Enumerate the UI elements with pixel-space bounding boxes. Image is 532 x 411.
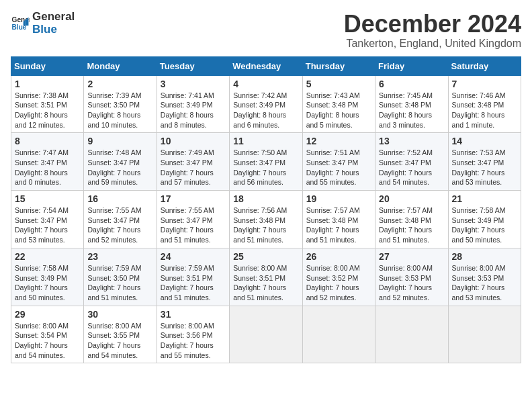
day-number: 14 [452, 136, 517, 146]
day-number: 19 [306, 193, 371, 204]
weekday-header-tuesday: Tuesday [157, 56, 229, 75]
weekday-header-saturday: Saturday [448, 56, 521, 75]
calendar-cell: 8Sunrise: 7:47 AMSunset: 3:47 PMDaylight… [11, 133, 84, 191]
calendar-cell: 4Sunrise: 7:42 AMSunset: 3:49 PMDaylight… [230, 75, 302, 133]
day-number: 4 [233, 79, 298, 89]
day-info: Sunrise: 7:55 AMSunset: 3:47 PMDaylight:… [161, 205, 226, 245]
day-number: 23 [87, 251, 152, 262]
day-info: Sunrise: 7:52 AMSunset: 3:47 PMDaylight:… [379, 148, 444, 187]
day-number: 11 [233, 136, 298, 146]
day-number: 27 [379, 251, 444, 262]
calendar-cell [230, 306, 302, 363]
day-number: 17 [161, 193, 226, 204]
calendar-title: December 2024 [344, 11, 521, 38]
day-number: 25 [233, 251, 298, 262]
day-number: 28 [452, 251, 517, 262]
day-number: 20 [379, 193, 444, 204]
calendar-week-2: 8Sunrise: 7:47 AMSunset: 3:47 PMDaylight… [11, 133, 521, 191]
calendar-cell: 26Sunrise: 8:00 AMSunset: 3:52 PMDayligh… [302, 248, 375, 306]
page-header: General Blue General Blue December 2024 … [11, 11, 521, 50]
day-number: 5 [306, 79, 371, 89]
day-info: Sunrise: 8:00 AMSunset: 3:51 PMDaylight:… [233, 263, 298, 303]
day-number: 24 [161, 251, 226, 262]
day-number: 21 [452, 193, 517, 204]
day-number: 15 [15, 193, 80, 204]
day-info: Sunrise: 7:56 AMSunset: 3:48 PMDaylight:… [233, 205, 298, 245]
calendar-week-3: 15Sunrise: 7:54 AMSunset: 3:47 PMDayligh… [11, 191, 521, 248]
calendar-cell: 9Sunrise: 7:48 AMSunset: 3:47 PMDaylight… [84, 133, 157, 191]
calendar-cell: 18Sunrise: 7:56 AMSunset: 3:48 PMDayligh… [230, 191, 302, 248]
calendar-cell: 24Sunrise: 7:59 AMSunset: 3:51 PMDayligh… [157, 248, 229, 306]
day-number: 3 [161, 79, 226, 89]
day-info: Sunrise: 7:58 AMSunset: 3:49 PMDaylight:… [15, 263, 80, 303]
calendar-cell: 15Sunrise: 7:54 AMSunset: 3:47 PMDayligh… [11, 191, 84, 248]
day-number: 29 [15, 309, 80, 320]
day-number: 10 [161, 136, 226, 146]
day-info: Sunrise: 7:38 AMSunset: 3:51 PMDaylight:… [15, 91, 80, 130]
day-info: Sunrise: 7:59 AMSunset: 3:51 PMDaylight:… [161, 263, 226, 303]
svg-marker-2 [26, 19, 29, 25]
calendar-cell: 20Sunrise: 7:57 AMSunset: 3:48 PMDayligh… [375, 191, 448, 248]
day-number: 31 [161, 309, 226, 320]
day-number: 30 [87, 309, 152, 320]
calendar-cell: 3Sunrise: 7:41 AMSunset: 3:49 PMDaylight… [157, 75, 229, 133]
day-info: Sunrise: 7:39 AMSunset: 3:50 PMDaylight:… [87, 91, 152, 130]
calendar-cell: 31Sunrise: 8:00 AMSunset: 3:56 PMDayligh… [157, 306, 229, 363]
weekday-header-friday: Friday [375, 56, 448, 75]
day-info: Sunrise: 7:49 AMSunset: 3:47 PMDaylight:… [161, 148, 226, 187]
day-info: Sunrise: 7:46 AMSunset: 3:48 PMDaylight:… [452, 91, 517, 130]
day-info: Sunrise: 7:42 AMSunset: 3:49 PMDaylight:… [233, 91, 298, 130]
calendar-cell: 6Sunrise: 7:45 AMSunset: 3:48 PMDaylight… [375, 75, 448, 133]
day-number: 2 [87, 79, 152, 89]
day-number: 7 [452, 79, 517, 89]
day-info: Sunrise: 7:41 AMSunset: 3:49 PMDaylight:… [161, 91, 226, 130]
calendar-cell: 25Sunrise: 8:00 AMSunset: 3:51 PMDayligh… [230, 248, 302, 306]
day-info: Sunrise: 7:55 AMSunset: 3:47 PMDaylight:… [87, 205, 152, 245]
calendar-cell: 14Sunrise: 7:53 AMSunset: 3:47 PMDayligh… [448, 133, 521, 191]
day-info: Sunrise: 8:00 AMSunset: 3:53 PMDaylight:… [379, 263, 444, 303]
calendar-cell: 21Sunrise: 7:58 AMSunset: 3:49 PMDayligh… [448, 191, 521, 248]
day-info: Sunrise: 8:00 AMSunset: 3:53 PMDaylight:… [452, 263, 517, 303]
calendar-cell: 10Sunrise: 7:49 AMSunset: 3:47 PMDayligh… [157, 133, 229, 191]
calendar-cell [448, 306, 521, 363]
day-number: 13 [379, 136, 444, 146]
calendar-week-4: 22Sunrise: 7:58 AMSunset: 3:49 PMDayligh… [11, 248, 521, 306]
calendar-cell: 29Sunrise: 8:00 AMSunset: 3:54 PMDayligh… [11, 306, 84, 363]
weekday-header-row: SundayMondayTuesdayWednesdayThursdayFrid… [11, 56, 521, 75]
day-number: 12 [306, 136, 371, 146]
logo-line2: Blue [32, 24, 75, 36]
day-info: Sunrise: 8:00 AMSunset: 3:55 PMDaylight:… [87, 321, 152, 361]
calendar-cell: 16Sunrise: 7:55 AMSunset: 3:47 PMDayligh… [84, 191, 157, 248]
day-info: Sunrise: 7:43 AMSunset: 3:48 PMDaylight:… [306, 91, 371, 130]
calendar-cell: 2Sunrise: 7:39 AMSunset: 3:50 PMDaylight… [84, 75, 157, 133]
calendar-cell: 27Sunrise: 8:00 AMSunset: 3:53 PMDayligh… [375, 248, 448, 306]
day-info: Sunrise: 7:48 AMSunset: 3:47 PMDaylight:… [87, 148, 152, 187]
day-number: 18 [233, 193, 298, 204]
calendar-cell: 5Sunrise: 7:43 AMSunset: 3:48 PMDaylight… [302, 75, 375, 133]
day-info: Sunrise: 8:00 AMSunset: 3:56 PMDaylight:… [161, 321, 226, 361]
calendar-cell: 1Sunrise: 7:38 AMSunset: 3:51 PMDaylight… [11, 75, 84, 133]
calendar-cell: 19Sunrise: 7:57 AMSunset: 3:48 PMDayligh… [302, 191, 375, 248]
calendar-cell [375, 306, 448, 363]
title-block: December 2024 Tankerton, England, United… [344, 11, 521, 50]
weekday-header-wednesday: Wednesday [230, 56, 302, 75]
calendar-cell: 28Sunrise: 8:00 AMSunset: 3:53 PMDayligh… [448, 248, 521, 306]
calendar-cell: 11Sunrise: 7:50 AMSunset: 3:47 PMDayligh… [230, 133, 302, 191]
day-info: Sunrise: 7:51 AMSunset: 3:47 PMDaylight:… [306, 148, 371, 187]
day-info: Sunrise: 7:57 AMSunset: 3:48 PMDaylight:… [306, 205, 371, 245]
calendar-cell: 7Sunrise: 7:46 AMSunset: 3:48 PMDaylight… [448, 75, 521, 133]
calendar-cell: 13Sunrise: 7:52 AMSunset: 3:47 PMDayligh… [375, 133, 448, 191]
calendar-week-5: 29Sunrise: 8:00 AMSunset: 3:54 PMDayligh… [11, 306, 521, 363]
day-info: Sunrise: 7:47 AMSunset: 3:47 PMDaylight:… [15, 148, 80, 187]
day-info: Sunrise: 7:58 AMSunset: 3:49 PMDaylight:… [452, 205, 517, 245]
logo-icon: General Blue [11, 14, 30, 33]
day-number: 22 [15, 251, 80, 262]
calendar-cell: 12Sunrise: 7:51 AMSunset: 3:47 PMDayligh… [302, 133, 375, 191]
calendar-week-1: 1Sunrise: 7:38 AMSunset: 3:51 PMDaylight… [11, 75, 521, 133]
day-number: 1 [15, 79, 80, 89]
day-number: 9 [87, 136, 152, 146]
logo-line1: General [32, 11, 75, 24]
logo: General Blue General Blue [11, 11, 75, 36]
day-info: Sunrise: 8:00 AMSunset: 3:54 PMDaylight:… [15, 321, 80, 361]
weekday-header-monday: Monday [84, 56, 157, 75]
